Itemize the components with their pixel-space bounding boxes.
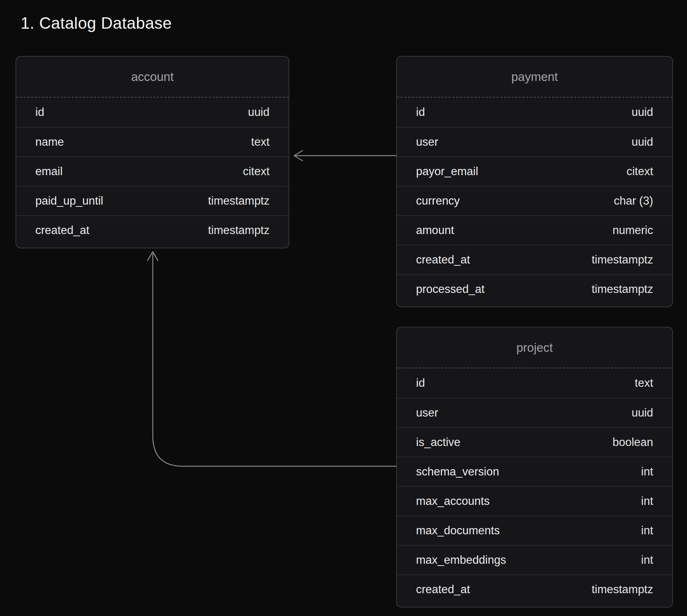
field-type: int <box>641 524 653 537</box>
field-type: citext <box>243 165 269 178</box>
field-type: uuid <box>631 135 653 149</box>
table-row: created_at timestamptz <box>397 574 672 604</box>
field-type: boolean <box>613 436 653 449</box>
table-card-payment[interactable]: payment id uuid user uuid payor_email ci… <box>396 56 673 307</box>
field-name: schema_version <box>416 465 499 478</box>
field-name: max_embeddings <box>416 553 506 567</box>
field-name: max_accounts <box>416 495 490 508</box>
table-row: name text <box>16 127 289 156</box>
field-type: text <box>635 376 653 390</box>
field-name: user <box>416 135 438 149</box>
table-row: paid_up_until timestamptz <box>16 186 289 215</box>
field-type: timestamptz <box>592 283 653 296</box>
field-name: id <box>416 376 425 390</box>
field-name: created_at <box>416 253 470 266</box>
field-type: char (3) <box>614 194 653 208</box>
table-row: max_documents int <box>397 516 672 545</box>
field-name: created_at <box>416 583 470 596</box>
table-title: project <box>397 328 672 368</box>
table-row: currency char (3) <box>397 186 672 215</box>
table-title: payment <box>397 57 672 98</box>
table-row: id uuid <box>397 98 672 127</box>
table-card-account[interactable]: account id uuid name text email citext p… <box>15 56 289 248</box>
field-name: id <box>35 106 44 119</box>
table-row: amount numeric <box>397 215 672 245</box>
relation-arrow-project-account[interactable] <box>148 252 396 466</box>
table-row: created_at timestamptz <box>16 215 289 245</box>
field-type: timestamptz <box>208 224 269 237</box>
field-name: processed_at <box>416 283 485 296</box>
field-type: int <box>641 465 653 478</box>
field-type: int <box>641 495 653 508</box>
page-title: 1. Catalog Database <box>21 14 172 32</box>
table-row: user uuid <box>397 398 672 427</box>
relation-arrow-payment-account[interactable] <box>294 151 396 161</box>
table-row: is_active boolean <box>397 427 672 457</box>
field-type: uuid <box>248 106 269 119</box>
field-type: citext <box>627 165 653 178</box>
field-type: timestamptz <box>208 194 269 208</box>
field-name: is_active <box>416 436 461 449</box>
table-row: created_at timestamptz <box>397 245 672 274</box>
field-type: uuid <box>631 106 653 119</box>
field-name: name <box>35 135 64 149</box>
table-title: account <box>16 57 289 98</box>
field-type: numeric <box>613 224 653 237</box>
field-name: max_documents <box>416 524 500 537</box>
table-row: id text <box>397 368 672 398</box>
table-row: email citext <box>16 156 289 186</box>
table-row: payor_email citext <box>397 156 672 186</box>
field-type: timestamptz <box>592 583 653 596</box>
table-row: processed_at timestamptz <box>397 274 672 304</box>
field-type: timestamptz <box>592 253 653 266</box>
field-name: id <box>416 106 425 119</box>
field-name: paid_up_until <box>35 194 103 208</box>
field-name: user <box>416 406 438 419</box>
field-type: uuid <box>631 406 653 419</box>
table-row: max_accounts int <box>397 486 672 516</box>
field-name: payor_email <box>416 165 478 178</box>
table-row: user uuid <box>397 127 672 156</box>
table-card-project[interactable]: project id text user uuid is_active bool… <box>396 327 673 608</box>
field-name: email <box>35 165 63 178</box>
field-name: created_at <box>35 224 89 237</box>
field-name: currency <box>416 194 460 208</box>
field-type: int <box>641 553 653 567</box>
diagram-canvas: 1. Catalog Database account id uuid name… <box>0 0 687 616</box>
field-type: text <box>251 135 269 149</box>
table-row: schema_version int <box>397 457 672 486</box>
table-row: id uuid <box>16 98 289 127</box>
table-row: max_embeddings int <box>397 545 672 574</box>
field-name: amount <box>416 224 454 237</box>
